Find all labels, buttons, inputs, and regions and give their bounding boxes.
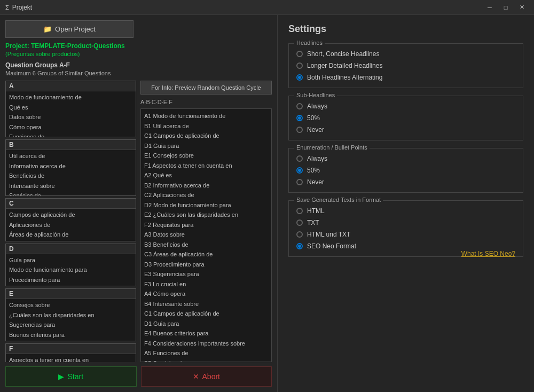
enumeration-label: Enumeration / Bullet Points: [294, 144, 370, 151]
radio-option-both[interactable]: Both Headlines Alternating: [296, 74, 515, 81]
right-panel: Settings Headlines Short, Concise Headli…: [278, 15, 534, 392]
group-item: Modo de funcionamiento para: [8, 265, 134, 275]
group-header-f: F: [6, 344, 136, 354]
headlines-group: Headlines Short, Concise HeadlinesLonger…: [288, 43, 523, 88]
radio-label-html: HTML: [307, 207, 325, 215]
save-format-label: Save Generated Texts in Format: [294, 197, 383, 203]
radio-option-always[interactable]: Always: [296, 155, 515, 162]
preview-list-item: A2 Qué es: [143, 170, 269, 181]
group-item: Sugerencias para: [8, 320, 134, 330]
radio-option-html_txt[interactable]: HTML und TXT: [296, 231, 515, 238]
group-header-e: E: [6, 289, 136, 299]
titlebar: Σ Projekt ─ □ ✕: [0, 0, 534, 15]
close-button[interactable]: ✕: [515, 2, 529, 13]
radio-label-txt: TXT: [307, 219, 319, 226]
preview-list-item: D2 Modo de funcionamiento para: [143, 200, 269, 210]
group-list-d[interactable]: Guía paraModo de funcionamiento paraProc…: [6, 254, 136, 286]
group-list-e[interactable]: Consejos sobre¿Cuáles son las disparidad…: [6, 299, 136, 341]
play-icon: ▶: [58, 372, 64, 381]
preview-list-item: B2 Informativo acerca de: [143, 181, 269, 191]
maximize-button[interactable]: □: [499, 2, 513, 13]
abort-icon: ✕: [193, 372, 199, 381]
radio-label-never: Never: [307, 178, 324, 186]
radio-circle-seo_neo: [296, 243, 303, 249]
group-list-c[interactable]: Campos de aplicación deAplicaciones deÁr…: [6, 209, 136, 241]
group-list-a[interactable]: Modo de funcionamiento deQué esDatos sob…: [6, 91, 136, 137]
groups-column: AModo de funcionamiento deQué esDatos so…: [5, 81, 136, 362]
titlebar-left: Σ Projekt: [5, 4, 32, 11]
radio-label-always: Always: [307, 155, 327, 162]
radio-option-txt[interactable]: TXT: [296, 219, 515, 226]
group-item: Beneficios de: [8, 171, 134, 181]
enumeration-group: Enumeration / Bullet Points Always50%Nev…: [288, 148, 523, 193]
group-item: Cómo opera: [8, 122, 134, 132]
preview-list-item: F1 Aspectos a tener en cuenta en: [143, 161, 269, 171]
start-button[interactable]: ▶ Start: [5, 366, 137, 387]
preview-list-item: C1 Campos de aplicación de: [143, 309, 269, 319]
section-title: Question Groups A-F: [5, 61, 272, 69]
radio-option-never[interactable]: Never: [296, 126, 515, 134]
preview-list-item: B1 Util acerca de: [143, 121, 269, 131]
radio-option-html[interactable]: HTML: [296, 207, 515, 215]
preview-list-item: F4 Consideraciones importantes sobre: [143, 339, 269, 349]
group-box-f: FAspectos a tener en cuenta enRequisitos…: [5, 343, 136, 362]
radio-option-50pct[interactable]: 50%: [296, 114, 515, 122]
radio-circle-longer: [296, 62, 303, 69]
project-name: Project: TEMPLATE-Product-Questions: [5, 42, 272, 50]
preview-list-item: A4 Cómo opera: [143, 289, 269, 299]
abort-button[interactable]: ✕ Abort: [141, 366, 272, 387]
radio-circle-html: [296, 208, 303, 214]
radio-label-always: Always: [307, 103, 327, 110]
radio-label-short: Short, Concise Headlines: [307, 50, 379, 58]
group-list-f[interactable]: Aspectos a tener en cuenta enRequisitos …: [6, 354, 136, 362]
radio-label-html_txt: HTML und TXT: [307, 231, 350, 238]
preview-list-item: F3 Lo crucial en: [143, 279, 269, 289]
sub-headlines-label: Sub-Headlines: [294, 92, 337, 98]
open-project-button[interactable]: 📁 Open Project: [5, 20, 134, 38]
radio-circle-short: [296, 51, 303, 57]
group-item: Funciones de: [8, 132, 134, 137]
group-box-b: BUtil acerca deInformativo acerca deBene…: [5, 139, 136, 196]
group-item: Aplicaciones de: [8, 220, 134, 230]
preview-column: For Info: Preview Random Question Cycle …: [140, 81, 272, 362]
group-header-c: C: [6, 199, 136, 209]
radio-option-short[interactable]: Short, Concise Headlines: [296, 50, 515, 58]
preview-list-item: E3 Sugerencias para: [143, 269, 269, 279]
project-subtitle: (Preguntas sobre productos): [5, 51, 272, 57]
radio-option-50pct[interactable]: 50%: [296, 167, 515, 174]
radio-option-seo_neo[interactable]: SEO Neo Format: [296, 242, 515, 250]
preview-button[interactable]: For Info: Preview Random Question Cycle: [140, 81, 272, 95]
radio-circle-always: [296, 155, 303, 162]
preview-list-item: C1 Campos de aplicación de: [143, 131, 269, 141]
settings-title: Settings: [288, 23, 523, 35]
group-item: Áreas de aplicación de: [8, 230, 134, 240]
group-item: Util acerca de: [8, 151, 134, 161]
preview-list-item: C3 Áreas de aplicación de: [143, 249, 269, 260]
headlines-label: Headlines: [294, 40, 325, 46]
radio-circle-always: [296, 103, 303, 109]
radio-option-longer[interactable]: Longer Detailed Headlines: [296, 62, 515, 69]
preview-list-item: A3 Datos sobre: [143, 230, 269, 240]
minimize-button[interactable]: ─: [483, 2, 497, 13]
radio-circle-never: [296, 179, 303, 185]
radio-label-50pct: 50%: [307, 167, 320, 174]
group-header-b: B: [6, 140, 136, 150]
group-list-b[interactable]: Util acerca deInformativo acerca deBenef…: [6, 150, 136, 195]
main-content: 📁 Open Project Project: TEMPLATE-Product…: [0, 15, 534, 392]
group-item: Guía para: [8, 255, 134, 265]
save-format-group: Save Generated Texts in Format HTMLTXTHT…: [288, 200, 523, 257]
preview-list[interactable]: A1 Modo de funcionamiento deB1 Util acer…: [140, 108, 272, 362]
group-item: Buenos criterios para: [8, 330, 134, 340]
preview-list-item: E2 ¿Cuáles son las disparidades en: [143, 210, 269, 220]
preview-list-item: D1 Guia para: [143, 141, 269, 151]
radio-circle-never: [296, 127, 303, 133]
group-item: Datos sobre: [8, 112, 134, 122]
radio-option-always[interactable]: Always: [296, 103, 515, 110]
radio-option-never[interactable]: Never: [296, 178, 515, 186]
group-item: Consejos sobre: [8, 300, 134, 310]
preview-list-item: A1 Modo de funcionamiento de: [143, 111, 269, 121]
group-item: Qué es: [8, 103, 134, 113]
group-item: Modo de funcionamiento de: [8, 92, 134, 103]
titlebar-title: Projekt: [12, 4, 32, 11]
seo-neo-link[interactable]: What Is SEO Neo?: [461, 250, 515, 257]
